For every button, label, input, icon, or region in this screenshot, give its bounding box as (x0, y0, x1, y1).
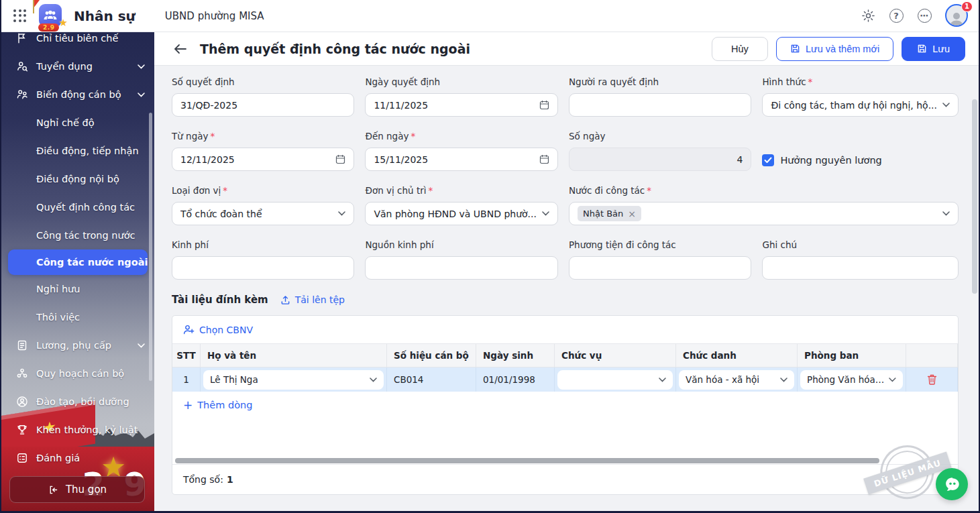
app-logo[interactable]: ★ 2.9 (36, 3, 66, 30)
calendar-icon[interactable] (335, 154, 345, 164)
so-ngay-readonly: 4 (569, 148, 751, 171)
sidebar-item-cong-tac-trong-nuoc[interactable]: Công tác trong nước (1, 221, 154, 249)
den-ngay-input[interactable] (374, 154, 534, 165)
user-avatar[interactable]: 1 (945, 4, 969, 28)
page-header: Thêm quyết định công tác nước ngoài Hủy … (154, 32, 979, 66)
sidebar-item-quyet-dinh-cong-tac[interactable]: Quyết định công tác (1, 193, 154, 221)
field-label: Phương tiện đi công tác (569, 239, 751, 250)
field-label: Nguồn kinh phí (365, 239, 558, 250)
app-grid-icon[interactable] (13, 9, 27, 23)
row-position-select[interactable] (557, 370, 673, 390)
kinh-phi-input[interactable] (180, 263, 345, 274)
sidebar-item-cong-tac-nuoc-ngoai-active[interactable]: Công tác nước ngoài (8, 249, 148, 275)
required-mark: * (428, 185, 433, 196)
sidebar-item-quy-hoach-can-bo[interactable]: Quy hoạch cán bộ (1, 359, 154, 388)
field-ghi-chu: Ghi chú (762, 239, 959, 280)
field-hinh-thuc: Hình thức* Đi công tác, tham dự hội nghị… (762, 76, 959, 117)
ngay-quyet-dinh-input[interactable] (374, 100, 534, 111)
sidebar-item-luong-phu-cap[interactable]: Lương, phụ cấp (1, 331, 154, 359)
salary-icon (16, 339, 28, 351)
field-don-vi-chu-tri: Đơn vị chủ trì* Văn phòng HĐND và UBND p… (365, 185, 558, 225)
calendar-icon[interactable] (539, 154, 549, 164)
select-cbnv-link[interactable]: Chọn CBNV (183, 325, 253, 335)
sidebar-item-danh-gia[interactable]: Đánh giá (1, 444, 154, 472)
save-button[interactable]: Lưu (902, 37, 965, 61)
table-footer: Tổng số:1 (172, 464, 958, 494)
field-so-quyet-dinh: Số quyết định (172, 76, 354, 117)
main-vertical-scrollbar[interactable] (972, 99, 977, 294)
sidebar-item-dieu-dong-noi-bo[interactable]: Điều động nội bộ (1, 165, 154, 193)
calendar-icon[interactable] (539, 100, 549, 110)
help-icon[interactable]: ? (886, 6, 906, 26)
sidebar-item-khen-thuong-ky-luat[interactable]: Khen thưởng, kỷ luật (1, 416, 154, 444)
save-and-new-button[interactable]: Lưu và thêm mới (776, 37, 893, 61)
nguoi-ra-quyet-dinh-input[interactable] (578, 100, 743, 111)
sidebar-scrollbar[interactable] (149, 113, 152, 381)
save-icon (917, 44, 927, 54)
column-header-actions (906, 344, 958, 367)
sidebar-item-dao-tao-boi-duong[interactable]: Đào tạo, bồi dưỡng (1, 388, 154, 416)
remove-tag-icon[interactable]: × (628, 209, 636, 219)
ghi-chu-input[interactable] (771, 263, 950, 274)
field-label: Từ ngày (172, 131, 208, 141)
chevron-down-icon (942, 103, 950, 107)
nuoc-di-cong-tac-multiselect[interactable]: Nhật Bản × (569, 202, 959, 225)
chevron-down-icon (138, 343, 145, 348)
chevron-down-icon (138, 93, 145, 97)
chevron-down-icon (780, 378, 787, 382)
planning-icon (16, 367, 28, 380)
org-name: UBND phường MISA (165, 10, 264, 22)
so-quyet-dinh-input[interactable] (180, 100, 345, 111)
phuong-tien-input[interactable] (578, 263, 743, 274)
horizontal-scrollbar-thumb[interactable] (175, 458, 879, 463)
flag-decor-icon (34, 0, 40, 8)
add-row-link[interactable]: + Thêm dòng (183, 400, 252, 411)
hinh-thuc-select[interactable]: Đi công tác, tham dự hội nghị, hộ... (762, 93, 959, 117)
field-label: Số ngày (569, 131, 751, 141)
row-name-select[interactable]: Lê Thị Nga (203, 370, 384, 390)
cancel-button[interactable]: Hủy (712, 37, 768, 61)
field-label: Ghi chú (762, 239, 959, 250)
sidebar-item-nghi-huu[interactable]: Nghỉ hưu (1, 275, 154, 303)
row-title-select[interactable]: Văn hóa - xã hội (679, 370, 794, 390)
attachments-title: Tài liệu đính kèm (172, 294, 268, 306)
loai-don-vi-select[interactable]: Tổ chức đoàn thể (172, 202, 354, 225)
sidebar-item-nghi-che-do[interactable]: Nghỉ chế độ (1, 109, 154, 137)
upload-file-link[interactable]: Tải lên tệp (280, 294, 345, 305)
delete-row-button[interactable] (909, 374, 955, 385)
collapse-icon (48, 484, 59, 496)
field-den-ngay: Đến ngày* (365, 131, 558, 171)
back-button[interactable] (172, 40, 189, 58)
required-mark: * (808, 76, 813, 87)
sidebar: Chỉ tiêu biên chế Tuyển dụng Biến động c… (1, 32, 154, 511)
sidebar-item-thoi-viec[interactable]: Thôi việc (1, 303, 154, 331)
upload-icon (280, 295, 290, 305)
field-phuong-tien: Phương tiện đi công tác (569, 239, 751, 280)
chatbot-button[interactable] (936, 468, 968, 500)
don-vi-chu-tri-select[interactable]: Văn phòng HĐND và UBND phườ... (365, 202, 558, 225)
sidebar-item-dieu-dong-tiep-nhan[interactable]: Điều động, tiếp nhận (1, 137, 154, 165)
field-label: Ngày quyết định (365, 76, 558, 87)
sidebar-item-chi-tieu-bien-che[interactable]: Chỉ tiêu biên chế (1, 32, 154, 52)
field-label: Hình thức (762, 76, 806, 87)
checkbox-label: Hưởng nguyên lương (780, 155, 881, 166)
sidebar-item-tuyen-dung[interactable]: Tuyển dụng (1, 52, 154, 80)
collapse-sidebar-button[interactable]: Thu gọn (9, 476, 145, 503)
save-icon (790, 44, 800, 54)
sidebar-item-bien-dong-can-bo[interactable]: Biến động cán bộ (1, 80, 154, 109)
trophy-icon (16, 424, 28, 436)
field-label: Người ra quyết định (569, 76, 751, 87)
star-decor-icon: ★ (59, 18, 68, 28)
flag-icon (16, 32, 28, 44)
plus-icon: + (183, 400, 193, 411)
settings-gear-icon[interactable] (858, 6, 878, 26)
table-header-row: STT Họ và tên Số hiệu cán bộ Ngày sinh C… (172, 344, 958, 367)
huong-nguyen-luong-checkbox[interactable] (762, 154, 774, 166)
column-header-ho-va-ten: Họ và tên (201, 344, 387, 367)
more-options-icon[interactable]: ⋯ (914, 6, 934, 26)
nguon-kinh-phi-input[interactable] (374, 263, 549, 274)
row-department-select[interactable]: Phòng Văn hóa ... (800, 370, 903, 390)
field-label: Đơn vị chủ trì (365, 185, 426, 196)
cell-dob: 01/01/1998 (476, 367, 555, 392)
tu-ngay-input[interactable] (180, 154, 330, 165)
